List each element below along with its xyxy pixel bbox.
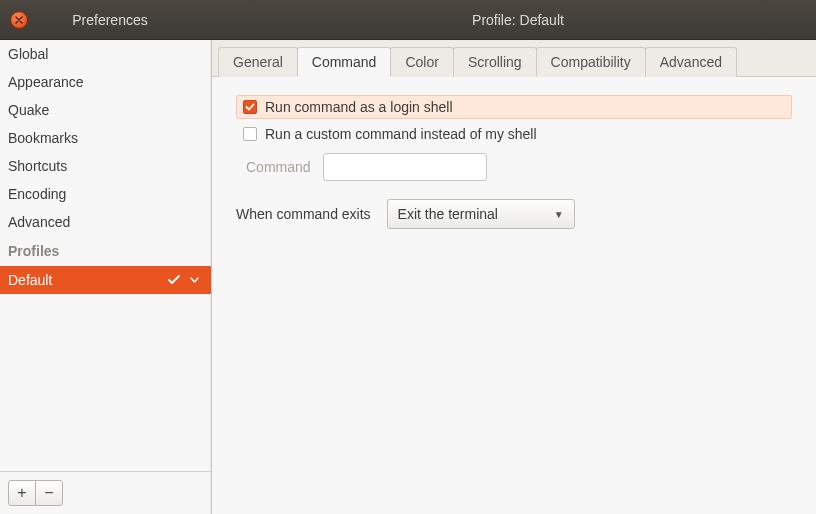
tab-scrolling[interactable]: Scrolling [453,47,537,77]
titlebar: Preferences Profile: Default [0,0,816,40]
login-shell-row[interactable]: Run command as a login shell [236,95,792,119]
sidebar-profiles-header: Profiles [0,236,211,266]
close-icon [15,16,23,24]
sidebar-item-shortcuts[interactable]: Shortcuts [0,152,211,180]
sidebar-item-quake[interactable]: Quake [0,96,211,124]
profile-label: Default [8,272,52,288]
tab-general[interactable]: General [218,47,298,77]
sidebar-list: Global Appearance Quake Bookmarks Shortc… [0,40,211,471]
main-panel: General Command Color Scrolling Compatib… [212,40,816,514]
custom-command-checkbox[interactable] [243,127,257,141]
command-input[interactable] [323,153,487,181]
command-input-label: Command [246,159,311,175]
login-shell-label: Run command as a login shell [265,99,453,115]
chevron-down-icon[interactable] [190,277,199,283]
tab-command[interactable]: Command [297,47,392,77]
sidebar-item-encoding[interactable]: Encoding [0,180,211,208]
checkmark-icon [245,102,255,112]
page-title: Profile: Default [220,12,816,28]
sidebar-title: Preferences [0,12,220,28]
tab-compatibility[interactable]: Compatibility [536,47,646,77]
remove-profile-button[interactable]: − [35,480,63,506]
check-icon [168,275,180,285]
chevron-down-icon: ▼ [554,209,564,220]
sidebar-item-appearance[interactable]: Appearance [0,68,211,96]
custom-command-label: Run a custom command instead of my shell [265,126,537,142]
sidebar-item-advanced[interactable]: Advanced [0,208,211,236]
exit-action-label: When command exits [236,206,371,222]
command-input-row: Command [246,153,792,181]
exit-action-select[interactable]: Exit the terminal ▼ [387,199,575,229]
tab-content: Run command as a login shell Run a custo… [212,77,816,247]
add-profile-button[interactable]: + [8,480,36,506]
sidebar-profile-default[interactable]: Default [0,266,211,294]
tab-bar: General Command Color Scrolling Compatib… [212,40,816,77]
custom-command-row[interactable]: Run a custom command instead of my shell [236,123,792,145]
sidebar-toolbar: + − [0,471,211,514]
window-close-button[interactable] [10,11,28,29]
sidebar: Global Appearance Quake Bookmarks Shortc… [0,40,212,514]
exit-action-row: When command exits Exit the terminal ▼ [236,199,792,229]
sidebar-item-global[interactable]: Global [0,40,211,68]
sidebar-item-bookmarks[interactable]: Bookmarks [0,124,211,152]
login-shell-checkbox[interactable] [243,100,257,114]
exit-action-value: Exit the terminal [398,206,498,222]
tab-color[interactable]: Color [390,47,453,77]
tab-advanced[interactable]: Advanced [645,47,737,77]
